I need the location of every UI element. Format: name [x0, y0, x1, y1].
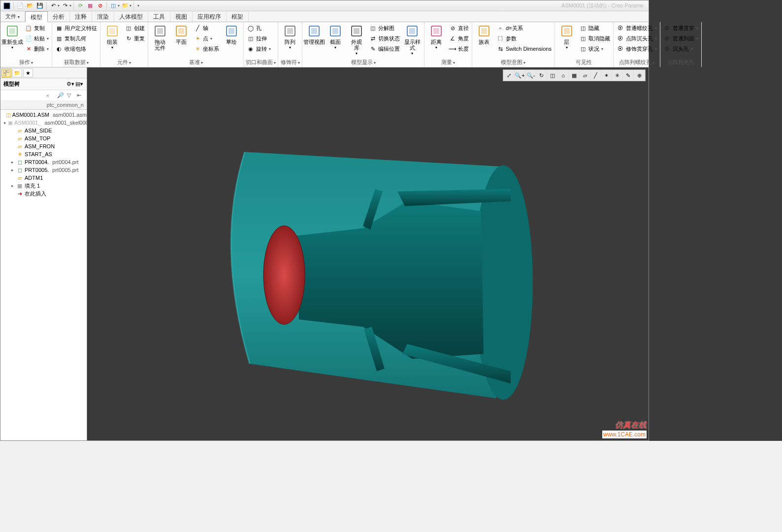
dragcomp-button[interactable]: 拖动元件 [150, 23, 170, 51]
explode-button[interactable]: ◫分解图 [368, 23, 401, 33]
sidebar-tab-tree-icon[interactable] [1, 68, 11, 77]
datum-point-icon[interactable]: ✶ [601, 70, 612, 80]
cthrd-pt-button[interactable]: ⦿修饰贯穿孔▾ [616, 44, 658, 54]
qat-folder-icon[interactable]: 📁 [121, 1, 130, 10]
udf-button[interactable]: ▦用户定义特征 [54, 23, 98, 33]
sidebar-show-icon[interactable]: ▤▾ [75, 81, 84, 87]
disp-style-icon[interactable]: ◫ [547, 70, 558, 80]
tree-row[interactable]: ▸▣ASM0001_asm0001_skel000 [0, 119, 87, 127]
regen-button[interactable]: 重新生成▾ [2, 23, 22, 51]
sidebar-collapse-icon[interactable]: ⇤ [77, 92, 84, 99]
plane-button[interactable]: 平面 [171, 23, 191, 45]
tab-frame[interactable]: 框架 [227, 11, 249, 22]
copygeom-button[interactable]: ▥复制几何 [54, 33, 98, 43]
delete-button[interactable]: ✕删除▾ [24, 44, 50, 54]
tree-row[interactable]: ➜在此插入 [0, 190, 87, 198]
tree-twisty-icon[interactable]: ▸ [10, 167, 15, 172]
through-button[interactable]: ⦾普通贯穿▾ [662, 23, 699, 33]
tree-row[interactable]: ◫ASM0001.ASMasm0001.asm [0, 111, 87, 119]
tree-row[interactable]: ▱ASM_TOP [0, 134, 87, 142]
zoom-out-icon[interactable]: 🔍- [525, 70, 536, 80]
tree-twisty-icon[interactable]: ▸ [4, 120, 6, 125]
tab-file[interactable]: 文件 ▾ [0, 11, 25, 22]
tree-row[interactable]: ▸◻PRT0004.prt0004.prt [0, 158, 87, 166]
datum-csys-icon[interactable]: ✳ [612, 70, 623, 80]
length-button[interactable]: ⟶长度 [448, 44, 470, 54]
tree-row[interactable]: ▱ADTM1 [0, 174, 87, 182]
csunk-pt-button[interactable]: ⦿点阵沉头孔▾ [616, 33, 658, 43]
repaint-icon[interactable]: ↻ [536, 70, 547, 80]
famtable-button[interactable]: 族表 [474, 23, 494, 45]
repeat-button[interactable]: ↻重复 [124, 33, 146, 43]
sidebar-tab-fav-icon[interactable]: ★ [23, 68, 33, 77]
qat-box-icon[interactable]: ◫ [109, 1, 118, 10]
layer-button[interactable]: 层▾ [557, 23, 577, 51]
sidebar-settings-icon[interactable]: ⚙▾ [66, 81, 75, 87]
tab-app[interactable]: 应用程序 [193, 11, 227, 22]
section-button[interactable]: 截面▾ [326, 23, 345, 51]
param-button[interactable]: 〔〕参数 [495, 33, 553, 43]
qat-save-icon[interactable]: 💾 [35, 1, 44, 10]
tree-row[interactable]: ▱ASM_FRON [0, 142, 87, 150]
viewport-3d[interactable]: ⤢ 🔍+ 🔍- ↻ ◫ ⌂ ▦ ▱ ╱ ✶ ✳ ✎ ⊕ [87, 67, 649, 440]
qat-windows-icon[interactable]: ▦ [86, 1, 95, 10]
toface-button[interactable]: ⦾普通到面▾ [662, 33, 699, 43]
csunk-button[interactable]: ⦾沉头孔▾ [662, 44, 699, 54]
tree-row[interactable]: ▸▦填充 1 [0, 182, 87, 190]
sketch-button[interactable]: 草绘 [222, 23, 241, 45]
sidebar-filter-close-icon[interactable]: × [46, 93, 49, 99]
angle-button[interactable]: ∠角度 [448, 33, 470, 43]
datum-axis-icon[interactable]: ╱ [590, 70, 601, 80]
tree-row[interactable]: ▸◻PRT0005.prt0005.prt [0, 166, 87, 174]
shrink-button[interactable]: ◐收缩包络 [54, 44, 98, 54]
annot-icon[interactable]: ✎ [623, 70, 634, 80]
refit-icon[interactable]: ⤢ [504, 70, 515, 80]
dispstyle-button[interactable]: 显示样式▾ [402, 23, 422, 57]
relation-button[interactable]: ▫d=关系 [495, 23, 553, 33]
qat-redo-icon[interactable]: ↷ [61, 1, 69, 10]
hide-button[interactable]: ◫隐藏 [578, 23, 611, 33]
zoom-in-icon[interactable]: 🔍+ [515, 70, 525, 80]
status-button[interactable]: ◫状况▾ [578, 44, 611, 54]
csys-button[interactable]: ✳坐标系 [193, 44, 220, 54]
tab-tools[interactable]: 工具 [148, 11, 170, 22]
tree-twisty-icon[interactable]: ▸ [10, 183, 15, 188]
point-button[interactable]: ✶点▾ [193, 33, 220, 43]
paste-button[interactable]: 📄粘贴▾ [24, 33, 50, 43]
tree-row[interactable]: ✳START_AS [0, 150, 87, 158]
tree-twisty-icon[interactable]: ▸ [10, 160, 15, 165]
revolve-button[interactable]: ◉旋转▾ [246, 44, 272, 54]
hole-button[interactable]: ◯孔 [246, 23, 272, 33]
sidebar-search-icon[interactable]: 🔎 [57, 92, 64, 99]
editpos-button[interactable]: ✎编辑位置 [368, 44, 401, 54]
datum-plane-icon[interactable]: ▱ [580, 70, 590, 80]
qat-close-icon[interactable]: ⊘ [96, 1, 104, 10]
tab-render[interactable]: 渲染 [92, 11, 114, 22]
tree-row[interactable]: ▱ASM_SIDE [0, 127, 87, 134]
extrude-button[interactable]: ◫拉伸 [246, 33, 272, 43]
sidebar-filter-icon[interactable]: ▽ [67, 92, 74, 99]
create-button[interactable]: ◫创建 [124, 23, 146, 33]
switchdim-button[interactable]: ⇆Switch Dimensions [495, 44, 553, 54]
togstate-button[interactable]: ⇄切换状态 [368, 33, 401, 43]
sidebar-tab-folder-icon[interactable]: 📁 [12, 68, 22, 77]
spin-center-icon[interactable]: ⊕ [634, 70, 645, 80]
tab-manikin[interactable]: 人体模型 [114, 11, 148, 22]
unhide-button[interactable]: ◫取消隐藏 [578, 33, 611, 43]
assemble-button[interactable]: 组装▾ [102, 23, 122, 51]
appear-button[interactable]: 外观库▾ [347, 23, 366, 57]
tab-view[interactable]: 视图 [170, 11, 193, 22]
qat-new-icon[interactable]: 📄 [16, 1, 25, 10]
distance-button[interactable]: 距离▾ [426, 23, 446, 51]
thread-pt-button[interactable]: ⦿普通螺纹孔▾ [616, 23, 658, 33]
axis-button[interactable]: ╱轴 [193, 23, 220, 33]
saved-view-icon[interactable]: ⌂ [558, 70, 569, 80]
copy-button[interactable]: 📋复制 [24, 23, 50, 33]
qat-undo-icon[interactable]: ↶ [49, 1, 58, 10]
tab-model[interactable]: 模型 [25, 11, 48, 22]
tab-annotate[interactable]: 注释 [70, 11, 92, 22]
mgrview-button[interactable]: 管理视图 [304, 23, 324, 45]
pattern-button[interactable]: 阵列▾ [280, 23, 300, 51]
diameter-button[interactable]: ⊘直径 [448, 23, 470, 33]
persp-icon[interactable]: ▦ [569, 70, 580, 80]
